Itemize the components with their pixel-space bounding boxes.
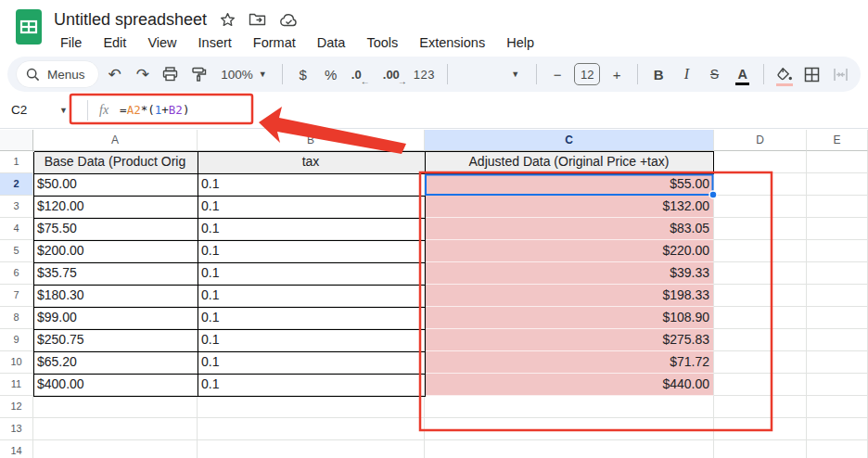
cell-B4[interactable]: 0.1 bbox=[198, 218, 425, 240]
cell-D10[interactable] bbox=[714, 351, 807, 374]
borders-button[interactable] bbox=[801, 61, 823, 87]
cell-B5[interactable]: 0.1 bbox=[198, 240, 425, 262]
cell-D7[interactable] bbox=[714, 285, 807, 307]
cell-C7[interactable]: $198.33 bbox=[425, 285, 714, 307]
document-title[interactable]: Untitled spreadsheet bbox=[54, 10, 207, 30]
cell-C5[interactable]: $220.00 bbox=[425, 240, 714, 262]
cell-D8[interactable] bbox=[714, 307, 807, 329]
sheets-logo-icon[interactable] bbox=[15, 8, 43, 45]
zoom-selector[interactable]: 100% ▼ bbox=[215, 68, 272, 82]
cell-D11[interactable] bbox=[714, 374, 807, 396]
cell-E1[interactable] bbox=[807, 151, 868, 173]
cell-B12[interactable] bbox=[198, 396, 425, 418]
column-header-B[interactable]: B bbox=[198, 130, 425, 151]
cell-B7[interactable]: 0.1 bbox=[198, 285, 425, 307]
cell-E9[interactable] bbox=[807, 329, 868, 351]
merge-cells-button[interactable] bbox=[829, 61, 851, 87]
cell-E12[interactable] bbox=[807, 396, 868, 418]
redo-button[interactable]: ↷ bbox=[132, 61, 154, 87]
cell-C4[interactable]: $83.05 bbox=[425, 218, 714, 240]
cell-E8[interactable] bbox=[807, 307, 868, 329]
cell-D12[interactable] bbox=[714, 396, 807, 418]
cell-B10[interactable]: 0.1 bbox=[198, 351, 425, 374]
italic-button[interactable]: I bbox=[675, 61, 697, 87]
star-icon[interactable] bbox=[220, 12, 236, 28]
cell-C1[interactable]: Adjusted Data (Original Price +tax) bbox=[425, 151, 714, 173]
row-header-6[interactable]: 6 bbox=[0, 262, 33, 285]
cell-A12[interactable] bbox=[33, 396, 198, 418]
row-header-7[interactable]: 7 bbox=[0, 285, 33, 307]
cell-D1[interactable] bbox=[714, 151, 807, 173]
row-header-5[interactable]: 5 bbox=[0, 240, 33, 262]
font-size-input[interactable]: 12 bbox=[574, 63, 600, 85]
cell-C9[interactable]: $275.83 bbox=[425, 329, 714, 351]
cell-D6[interactable] bbox=[714, 262, 807, 285]
text-color-button[interactable]: A bbox=[732, 61, 754, 87]
row-header-10[interactable]: 10 bbox=[0, 351, 33, 374]
print-button[interactable] bbox=[160, 61, 182, 87]
cell-E10[interactable] bbox=[807, 351, 868, 374]
cell-C11[interactable]: $440.00 bbox=[425, 374, 714, 396]
menu-item-tools[interactable]: Tools bbox=[360, 33, 404, 52]
cell-B3[interactable]: 0.1 bbox=[198, 196, 425, 218]
cell-C14[interactable] bbox=[425, 440, 714, 458]
formula-input[interactable]: =A2*(1+B2) bbox=[120, 103, 189, 117]
cell-C3[interactable]: $132.00 bbox=[425, 196, 714, 218]
row-header-14[interactable]: 14 bbox=[0, 440, 33, 458]
menu-item-insert[interactable]: Insert bbox=[192, 33, 238, 52]
cell-A13[interactable] bbox=[33, 418, 198, 440]
cell-A5[interactable]: $200.00 bbox=[33, 240, 198, 262]
cell-A14[interactable] bbox=[33, 440, 198, 458]
cell-C2[interactable]: $55.00 bbox=[425, 173, 714, 196]
cell-E11[interactable] bbox=[807, 374, 868, 396]
menus-search[interactable]: Menus bbox=[17, 61, 98, 87]
cell-A11[interactable]: $400.00 bbox=[33, 374, 198, 396]
format-percent-button[interactable]: % bbox=[320, 61, 342, 87]
cell-B6[interactable]: 0.1 bbox=[198, 262, 425, 285]
strikethrough-button[interactable]: S bbox=[703, 61, 725, 87]
column-header-E[interactable]: E bbox=[807, 130, 868, 151]
row-header-1[interactable]: 1 bbox=[0, 151, 33, 173]
decrease-decimals-button[interactable]: .0← bbox=[348, 61, 374, 87]
bold-button[interactable]: B bbox=[647, 61, 670, 87]
cell-C10[interactable]: $71.72 bbox=[425, 351, 714, 374]
cell-A10[interactable]: $65.20 bbox=[33, 351, 198, 374]
name-box-chevron-down-icon[interactable]: ▼ bbox=[59, 106, 80, 115]
cell-E4[interactable] bbox=[807, 218, 868, 240]
format-currency-button[interactable]: $ bbox=[291, 61, 313, 87]
row-header-11[interactable]: 11 bbox=[0, 374, 33, 396]
name-box[interactable]: C2 bbox=[0, 103, 59, 117]
row-header-3[interactable]: 3 bbox=[0, 196, 33, 218]
menu-item-file[interactable]: File bbox=[54, 33, 88, 52]
cell-D4[interactable] bbox=[714, 218, 807, 240]
number-format-button[interactable]: 123 bbox=[411, 61, 438, 87]
font-family-selector[interactable]: ▼ bbox=[457, 70, 527, 79]
cell-A6[interactable]: $35.75 bbox=[33, 262, 198, 285]
cell-D9[interactable] bbox=[714, 329, 807, 351]
column-header-C[interactable]: C bbox=[425, 130, 714, 151]
cell-E7[interactable] bbox=[807, 285, 868, 307]
row-header-2[interactable]: 2 bbox=[0, 173, 33, 196]
move-to-folder-icon[interactable] bbox=[249, 12, 266, 27]
cell-D5[interactable] bbox=[714, 240, 807, 262]
cell-C6[interactable]: $39.33 bbox=[425, 262, 714, 285]
increase-font-size-button[interactable]: + bbox=[606, 61, 628, 87]
menu-item-edit[interactable]: Edit bbox=[96, 33, 133, 52]
select-all-corner[interactable] bbox=[0, 130, 33, 151]
cell-E5[interactable] bbox=[807, 240, 868, 262]
row-header-9[interactable]: 9 bbox=[0, 329, 33, 351]
cloud-saved-icon[interactable] bbox=[279, 13, 299, 27]
cell-A1[interactable]: Base Data (Product Orig bbox=[33, 151, 198, 173]
cell-D3[interactable] bbox=[714, 196, 807, 218]
cell-A2[interactable]: $50.00 bbox=[33, 173, 198, 196]
cell-B14[interactable] bbox=[198, 440, 425, 458]
cell-B1[interactable]: tax bbox=[198, 151, 425, 173]
row-header-13[interactable]: 13 bbox=[0, 418, 33, 440]
cell-B2[interactable]: 0.1 bbox=[198, 173, 425, 196]
cell-D2[interactable] bbox=[714, 173, 807, 196]
cell-B13[interactable] bbox=[198, 418, 425, 440]
cell-B9[interactable]: 0.1 bbox=[198, 329, 425, 351]
undo-button[interactable]: ↶ bbox=[104, 61, 126, 87]
cell-D13[interactable] bbox=[714, 418, 807, 440]
paint-format-button[interactable] bbox=[187, 61, 210, 87]
